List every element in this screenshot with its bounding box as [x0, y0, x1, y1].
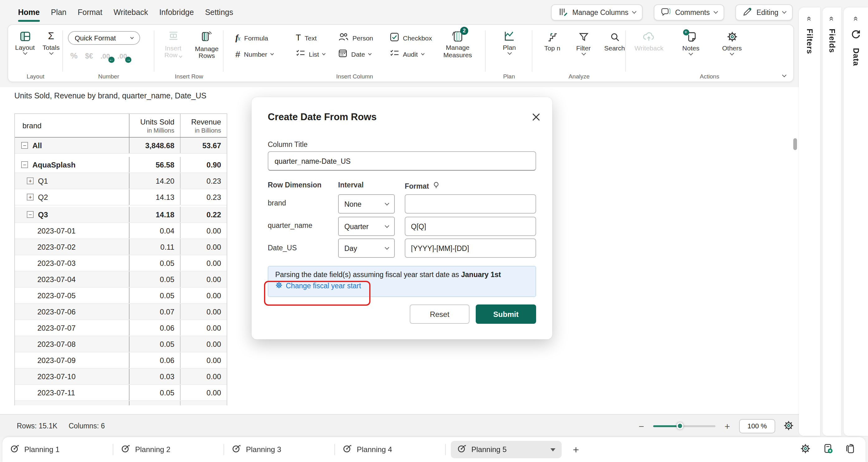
column-header-revenue[interactable]: Revenue in Billions	[181, 114, 227, 137]
chevron-down-icon	[49, 51, 53, 55]
manage-rows-button[interactable]: ManageRows	[192, 30, 222, 59]
refresh-icon[interactable]	[850, 29, 861, 42]
column-title-input[interactable]	[268, 151, 536, 171]
table-row[interactable]: −All 3,848.68 53.67	[15, 137, 227, 154]
expand-toggle-icon[interactable]: +	[27, 178, 34, 184]
filters-panel-strip[interactable]: « Filters	[799, 7, 820, 436]
table-row[interactable]: 2023-07-07 0.06 0.00	[15, 320, 227, 336]
menu-format[interactable]: Format	[72, 0, 108, 24]
tab-planning-1[interactable]: Planning 1	[2, 437, 113, 462]
ribbon-group-insert-row: InsertRow ManageRows Insert Row	[154, 25, 223, 82]
tab-planning-2[interactable]: Planning 2	[113, 437, 224, 462]
add-sheet-tab-button[interactable]: +	[573, 444, 579, 455]
table-row[interactable]: 2023-07-11 0.05 0.00	[15, 385, 227, 401]
format-input-brand[interactable]	[405, 194, 536, 214]
increase-decimal-button[interactable]: .00→	[117, 52, 127, 59]
tab-planning-4[interactable]: Planning 4	[335, 437, 446, 462]
table-row[interactable]: 2023-07-03 0.05 0.00	[15, 255, 227, 272]
notes-button[interactable]: + Notes	[677, 31, 705, 55]
collapse-toggle-icon[interactable]: −	[21, 161, 28, 168]
vertical-scrollbar-thumb[interactable]	[793, 138, 797, 150]
table-row[interactable]: 2023-07-01 0.04 0.00	[15, 223, 227, 239]
quick-format-dropdown[interactable]: Quick Format	[68, 31, 140, 45]
zoom-in-button[interactable]: +	[723, 421, 731, 431]
tab-dropdown-arrow-icon[interactable]	[551, 448, 555, 451]
comments-button[interactable]: Comments	[654, 4, 724, 20]
table-row[interactable]: 2023-07-08 0.05 0.00	[15, 336, 227, 352]
table-row[interactable]: −AquaSplash 56.58 0.90	[15, 157, 227, 173]
insert-person-button[interactable]: Person	[338, 32, 390, 43]
currency-format-button[interactable]: $€	[85, 52, 93, 59]
menu-writeback[interactable]: Writeback	[108, 0, 154, 24]
close-icon[interactable]	[532, 113, 540, 121]
insert-list-button[interactable]: List	[296, 49, 338, 59]
search-button[interactable]: Search	[601, 31, 628, 55]
gear-icon[interactable]	[800, 443, 811, 456]
column-header-brand[interactable]: brand	[15, 114, 129, 137]
manage-columns-button[interactable]: Manage Columns	[551, 4, 643, 20]
table-row[interactable]: +Q1 14.20 0.23	[15, 173, 227, 189]
table-row[interactable]: 2023-07-09 0.06 0.00	[15, 352, 227, 369]
expand-toggle-icon[interactable]: +	[27, 194, 34, 201]
filter-button[interactable]: Filter	[570, 31, 597, 55]
table-row[interactable]: −Q3 14.18 0.22	[15, 207, 227, 223]
table-row[interactable]: 2023-07-06 0.07 0.00	[15, 304, 227, 320]
column-header-units[interactable]: Units Sold in Millions	[129, 114, 181, 137]
format-input-date-us[interactable]	[405, 239, 536, 258]
table-row[interactable]: 2023-07-04 0.05 0.00	[15, 272, 227, 288]
menu-home[interactable]: Home	[12, 0, 45, 24]
editing-mode-button[interactable]: Editing	[735, 4, 793, 20]
new-sheet-icon[interactable]	[823, 443, 833, 456]
submit-button[interactable]: Submit	[476, 305, 536, 324]
zoom-out-button[interactable]: −	[638, 421, 645, 431]
change-fiscal-year-link[interactable]: Change fiscal year start	[275, 281, 529, 290]
menu-plan[interactable]: Plan	[45, 0, 72, 24]
tab-planning-5-active[interactable]: Planning 5	[451, 441, 562, 458]
table-row[interactable]: 2023-07-05 0.05 0.00	[15, 288, 227, 304]
insert-text-button[interactable]: TText	[296, 33, 338, 42]
top-n-button[interactable]: Top n	[538, 31, 566, 55]
zoom-slider-thumb[interactable]	[677, 423, 683, 429]
format-input-quarter-name[interactable]	[405, 217, 536, 236]
collapse-toggle-icon[interactable]: −	[21, 142, 28, 149]
table-row[interactable]: 2023-07-10 0.03 0.00	[15, 369, 227, 385]
ribbon-group-analyze: Top n Filter Search Analyze	[532, 25, 626, 82]
chevron-down-icon	[689, 51, 693, 55]
interval-select-quarter-name[interactable]: Quarter	[338, 217, 395, 236]
dimension-label-quarter-name: quarter_name	[268, 222, 312, 229]
reset-button[interactable]: Reset	[410, 305, 469, 324]
expand-panel-chevron-icon[interactable]: «	[852, 17, 860, 21]
writeback-button[interactable]: Writeback	[634, 31, 663, 55]
fields-panel-strip[interactable]: « Fields	[823, 7, 841, 436]
percent-format-button[interactable]: %	[70, 51, 78, 60]
manage-measures-button[interactable]: 2 ManageMeasures	[437, 29, 478, 59]
layout-button[interactable]: Layout	[13, 30, 37, 54]
insert-number-button[interactable]: #Number	[236, 49, 296, 59]
expand-panel-chevron-icon[interactable]: «	[828, 17, 836, 21]
gear-icon[interactable]	[783, 420, 794, 432]
totals-button[interactable]: Σ Totals	[39, 30, 63, 54]
table-row[interactable]: 2023-07-02 0.11 0.00	[15, 239, 227, 255]
menu-settings[interactable]: Settings	[199, 0, 239, 24]
table-row[interactable]: +Q2 14.13 0.23	[15, 189, 227, 206]
duplicate-sheets-icon[interactable]	[845, 443, 856, 456]
zoom-level-box[interactable]: 100 %	[739, 419, 775, 433]
insert-row-button[interactable]: InsertRow	[158, 30, 188, 59]
decrease-decimal-button[interactable]: .00←	[100, 52, 110, 59]
interval-select-date-us[interactable]: Day	[338, 239, 395, 258]
status-bar: Rows: 15.1K Columns: 6 − + 100 %	[0, 414, 799, 437]
lightbulb-icon[interactable]	[432, 181, 440, 190]
zoom-slider[interactable]	[653, 425, 715, 427]
menu-infobridge[interactable]: Infobridge	[154, 0, 199, 24]
others-button[interactable]: Others	[718, 31, 746, 55]
collapse-toggle-icon[interactable]: −	[27, 211, 34, 218]
tab-planning-3[interactable]: Planning 3	[224, 437, 335, 462]
plan-button[interactable]: Plan	[496, 30, 523, 54]
insert-date-button[interactable]: Date	[338, 49, 390, 59]
data-table: brand Units Sold in Millions Revenue in …	[14, 113, 227, 405]
interval-select-brand[interactable]: None	[338, 194, 395, 214]
data-panel-strip[interactable]: « Data	[844, 7, 868, 436]
search-icon	[608, 31, 621, 43]
expand-panel-chevron-icon[interactable]: «	[806, 17, 813, 21]
insert-formula-button[interactable]: fxFormula	[236, 33, 296, 43]
